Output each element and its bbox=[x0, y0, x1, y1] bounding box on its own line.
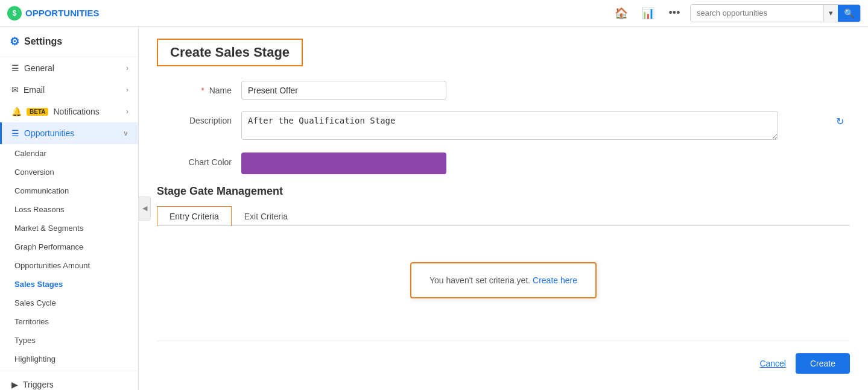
tab-exit-criteria[interactable]: Exit Criteria bbox=[232, 206, 300, 226]
email-icon: ✉ bbox=[11, 85, 19, 95]
sidebar-item-triggers-left: ▶ Triggers bbox=[11, 380, 54, 389]
search-wrapper: ▾ 🔍 bbox=[690, 4, 861, 22]
sidebar-sub-item-sales-stages[interactable]: Sales Stages bbox=[0, 275, 138, 294]
tab-entry-criteria[interactable]: Entry Criteria bbox=[157, 206, 232, 226]
sidebar-item-opportunities[interactable]: ☰ Opportunities ∨ bbox=[0, 122, 138, 144]
name-input[interactable] bbox=[241, 81, 446, 100]
top-nav-right: 🏠 📊 ••• ▾ 🔍 bbox=[610, 2, 861, 24]
triggers-icon: ▶ bbox=[11, 380, 18, 389]
criteria-tabs: Entry Criteria Exit Criteria bbox=[157, 206, 850, 226]
description-wrapper: After the Qualification Stage ↻ bbox=[241, 111, 850, 142]
page-title: Create Sales Stage bbox=[157, 39, 303, 66]
sidebar-sub-item-opportunities-amount[interactable]: Opportunities Amount bbox=[0, 256, 138, 275]
sidebar-item-opportunities-label: Opportunities bbox=[24, 128, 74, 138]
chart-button[interactable]: 📊 bbox=[637, 2, 659, 24]
sidebar-item-opportunities-left: ☰ Opportunities bbox=[11, 128, 74, 138]
chart-color-swatch[interactable] bbox=[241, 153, 446, 174]
bell-icon: 🔔 bbox=[11, 107, 22, 116]
sidebar-item-general[interactable]: ☰ General › bbox=[0, 57, 138, 79]
opportunities-chevron: ∨ bbox=[123, 129, 128, 137]
sidebar: ⚙ Settings ☰ General › ✉ Email › bbox=[0, 27, 139, 390]
settings-title: Settings bbox=[24, 36, 62, 47]
main-content: Create Sales Stage * Name Description Af… bbox=[139, 27, 868, 390]
general-chevron: › bbox=[126, 64, 128, 72]
app-logo: $ OPPORTUNITIES bbox=[7, 6, 604, 20]
sidebar-collapse-toggle[interactable]: ◀ bbox=[139, 197, 151, 221]
sidebar-item-notifications[interactable]: 🔔 BETA Notifications › bbox=[0, 101, 138, 122]
search-submit-button[interactable]: 🔍 bbox=[838, 5, 860, 22]
beta-badge: BETA bbox=[27, 108, 48, 116]
stage-gate-section: Stage Gate Management Entry Criteria Exi… bbox=[157, 185, 850, 322]
description-input[interactable]: After the Qualification Stage bbox=[241, 111, 778, 140]
gear-icon: ⚙ bbox=[10, 35, 19, 48]
sidebar-item-triggers-label: Triggers bbox=[23, 380, 54, 389]
sidebar-sub-item-highlighting[interactable]: Highlighting bbox=[0, 350, 138, 368]
empty-criteria-container: You haven't set criteria yet. Create her… bbox=[157, 238, 850, 322]
sidebar-sub-item-sales-cycle[interactable]: Sales Cycle bbox=[0, 294, 138, 312]
empty-criteria-text: You haven't set criteria yet. bbox=[429, 275, 530, 285]
create-button[interactable]: Create bbox=[796, 353, 850, 374]
opportunities-icon: ☰ bbox=[11, 128, 19, 138]
search-input[interactable] bbox=[691, 5, 823, 21]
sidebar-item-general-label: General bbox=[24, 63, 54, 73]
sidebar-divider bbox=[0, 371, 138, 371]
sidebar-sub-item-territories[interactable]: Territories bbox=[0, 312, 138, 331]
sidebar-item-email-left: ✉ Email bbox=[11, 85, 45, 95]
sidebar-sub-item-loss-reasons[interactable]: Loss Reasons bbox=[0, 200, 138, 219]
name-label: * Name bbox=[157, 81, 241, 95]
home-button[interactable]: 🏠 bbox=[610, 2, 632, 24]
sidebar-item-general-left: ☰ General bbox=[11, 63, 54, 73]
refresh-icon[interactable]: ↻ bbox=[836, 116, 844, 127]
sidebar-item-email[interactable]: ✉ Email › bbox=[0, 79, 138, 101]
sidebar-sub-item-conversion[interactable]: Conversion bbox=[0, 163, 138, 181]
chart-color-label: Chart Color bbox=[157, 153, 241, 167]
stage-gate-title: Stage Gate Management bbox=[157, 185, 850, 198]
description-label: Description bbox=[157, 111, 241, 125]
sidebar-item-triggers[interactable]: ▶ Triggers bbox=[0, 374, 138, 390]
sidebar-wrapper: ⚙ Settings ☰ General › ✉ Email › bbox=[0, 27, 139, 390]
sidebar-sub-item-graph-performance[interactable]: Graph Performance bbox=[0, 237, 138, 256]
logo-icon: $ bbox=[7, 6, 22, 20]
sidebar-item-email-label: Email bbox=[24, 85, 45, 95]
name-required-indicator: * bbox=[201, 86, 204, 95]
sidebar-item-notifications-label: Notifications bbox=[53, 107, 99, 116]
sidebar-sub-item-calendar[interactable]: Calendar bbox=[0, 144, 138, 163]
sidebar-item-notifications-left: 🔔 BETA Notifications bbox=[11, 107, 100, 116]
collapse-icon: ◀ bbox=[142, 204, 147, 212]
top-nav: $ OPPORTUNITIES 🏠 📊 ••• ▾ 🔍 bbox=[0, 0, 868, 27]
form-actions: Cancel Create bbox=[157, 341, 850, 374]
cancel-button[interactable]: Cancel bbox=[759, 359, 786, 368]
general-icon: ☰ bbox=[11, 63, 19, 73]
sidebar-sub-item-communication[interactable]: Communication bbox=[0, 181, 138, 200]
empty-criteria-box: You haven't set criteria yet. Create her… bbox=[410, 262, 597, 298]
more-button[interactable]: ••• bbox=[664, 2, 685, 24]
description-row: Description After the Qualification Stag… bbox=[157, 111, 850, 142]
sidebar-sub-item-types[interactable]: Types bbox=[0, 331, 138, 350]
chart-color-row: Chart Color bbox=[157, 153, 850, 174]
notifications-chevron: › bbox=[126, 107, 128, 116]
create-here-link[interactable]: Create here bbox=[533, 275, 577, 285]
search-dropdown-button[interactable]: ▾ bbox=[823, 5, 838, 21]
settings-header: ⚙ Settings bbox=[0, 27, 138, 57]
name-row: * Name bbox=[157, 81, 850, 100]
app-name: OPPORTUNITIES bbox=[25, 8, 100, 18]
main-layout: ⚙ Settings ☰ General › ✉ Email › bbox=[0, 27, 868, 390]
email-chevron: › bbox=[126, 86, 128, 94]
sidebar-sub-item-market-segments[interactable]: Market & Segments bbox=[0, 219, 138, 237]
